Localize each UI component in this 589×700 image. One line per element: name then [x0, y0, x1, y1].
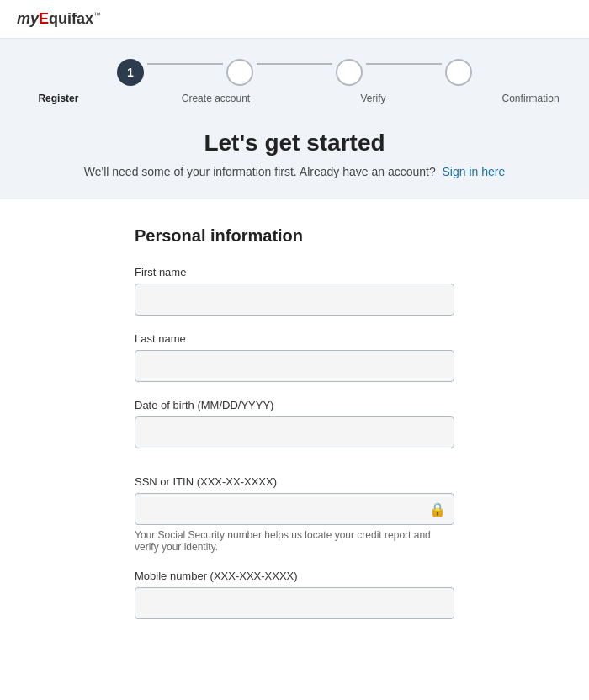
logo-tm: ™: [93, 11, 101, 19]
step-line-2: [257, 63, 332, 65]
personal-info-title: Personal information: [135, 226, 454, 246]
ssn-label: SSN or ITIN (XXX-XX-XXXX): [135, 475, 454, 488]
mobile-label: Mobile number (XXX-XXX-XXXX): [135, 570, 454, 582]
first-name-input[interactable]: [135, 284, 454, 316]
step-3-label: Verify: [332, 93, 415, 104]
site-header: myEquifax™: [0, 0, 589, 39]
step-1-circle: 1: [117, 59, 144, 86]
stepper-section: 1 Register Create account Verify Confirm…: [0, 39, 589, 121]
hero-title: Let's get started: [17, 130, 572, 156]
step-2-circle: [226, 59, 253, 86]
mobile-input[interactable]: [135, 587, 454, 619]
hero-subtitle: We'll need some of your information firs…: [17, 165, 572, 178]
first-name-label: First name: [135, 266, 454, 278]
logo-my: my: [17, 10, 39, 27]
stepper: 1: [17, 59, 572, 86]
step-line-1: [147, 63, 223, 65]
hero-section: Let's get started We'll need some of you…: [0, 121, 589, 199]
step-1-label: Register: [17, 93, 100, 104]
last-name-input[interactable]: [135, 350, 454, 382]
step-4-label: Confirmation: [489, 93, 572, 104]
dob-input[interactable]: [135, 416, 454, 448]
last-name-group: Last name: [135, 332, 454, 382]
mobile-group: Mobile number (XXX-XXX-XXXX): [135, 570, 454, 619]
first-name-group: First name: [135, 266, 454, 316]
dob-group: Date of birth (MM/DD/YYYY): [135, 399, 454, 448]
step-line-3: [366, 63, 442, 65]
step-1: 1: [117, 59, 144, 86]
ssn-hint: Your Social Security number helps us loc…: [135, 529, 454, 553]
form-section: Personal information First name Last nam…: [0, 199, 589, 670]
ssn-input[interactable]: [135, 493, 454, 525]
ssn-group: SSN or ITIN (XXX-XX-XXXX) 🔒 Your Social …: [135, 475, 454, 553]
step-3-circle: [336, 59, 363, 86]
step-4-circle: [445, 59, 472, 86]
step-3: [336, 59, 363, 86]
ssn-input-wrapper: 🔒: [135, 493, 454, 525]
step-2: [226, 59, 253, 86]
logo-equifax: Equifax: [39, 10, 93, 27]
sign-in-link[interactable]: Sign in here: [443, 165, 506, 178]
step-2-label: Create account: [174, 93, 257, 104]
stepper-labels: Register Create account Verify Confirmat…: [17, 93, 572, 104]
lock-icon: 🔒: [429, 501, 446, 517]
last-name-label: Last name: [135, 332, 454, 345]
step-4: [445, 59, 472, 86]
dob-label: Date of birth (MM/DD/YYYY): [135, 399, 454, 411]
site-logo: myEquifax™: [17, 10, 572, 28]
